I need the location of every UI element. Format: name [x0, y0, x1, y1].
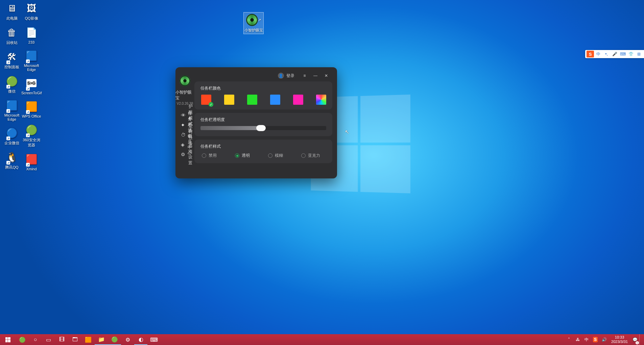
- taskview-taskbtn[interactable]: ▭: [42, 334, 55, 345]
- notification-badge: 1: [636, 341, 639, 344]
- taskbar-time: 10:33: [611, 335, 628, 340]
- ime-lang[interactable]: 中: [595, 51, 602, 57]
- wps-taskbtn[interactable]: 🟧: [81, 334, 95, 345]
- taskbar-right: ˄🖧中S🔊 10:33 2023/3/31 💬 1: [565, 334, 644, 345]
- ime-voice[interactable]: 🎤: [611, 51, 618, 57]
- wps-icon: 🟧 ↗: [24, 100, 39, 113]
- color-swatch-red[interactable]: [201, 95, 211, 105]
- tray-ime-zh[interactable]: 中: [582, 334, 591, 345]
- shortcut-arrow-icon: ↗: [26, 133, 30, 137]
- tray-overflow[interactable]: ˄: [565, 334, 573, 345]
- tray-volume-icon: 🔊: [602, 337, 607, 342]
- ime-floating-bar[interactable]: S中•,🎤⌨👕⊞: [585, 50, 644, 58]
- taskbar-clock[interactable]: 10:33 2023/3/31: [609, 335, 630, 344]
- ime-toggle-taskbtn-icon: ⌨: [150, 337, 158, 343]
- desktop-shortcut-qq-icon[interactable]: 🐧 ↗ 腾讯QQ: [2, 150, 21, 170]
- cortana-taskbtn[interactable]: ○: [29, 334, 42, 345]
- desktop-shortcut-label: 微信: [8, 89, 16, 93]
- ime-toolbox[interactable]: ⊞: [635, 51, 643, 57]
- tray-network[interactable]: 🖧: [573, 334, 582, 345]
- qq-icon: 🐧 ↗: [4, 150, 19, 164]
- start-button[interactable]: [0, 334, 16, 345]
- desktop-shortcut-label: 控制面板: [4, 65, 19, 69]
- ime-skin[interactable]: 👕: [627, 51, 635, 57]
- desktop-shortcut-wework-icon[interactable]: 🔵 ↗ 企业微信: [2, 126, 21, 146]
- app-title: 小智护眼宝: [175, 90, 194, 101]
- nav-vip-icon: ◈: [181, 142, 185, 147]
- eyecare-app-taskbtn[interactable]: ◐: [134, 334, 147, 345]
- panel-taskbar-style: 任务栏样式 禁用 透明 模糊 亚克力: [194, 140, 332, 163]
- style-radio-disable[interactable]: 禁用: [202, 153, 217, 158]
- s2gif-taskbtn[interactable]: 🎞: [55, 334, 68, 345]
- slider-thumb[interactable]: [256, 125, 266, 131]
- color-swatch-green[interactable]: [247, 95, 257, 105]
- desktop-shortcut-wechat-icon[interactable]: 🟢 ↗ 微信: [2, 74, 21, 94]
- style-radio-blur[interactable]: 模糊: [268, 153, 283, 158]
- desktop-shortcut-trash-icon[interactable]: 🗑 回收站: [2, 26, 21, 45]
- 360-browser-taskbtn[interactable]: 🟢: [16, 334, 29, 345]
- desktop-shortcut-label: 企业微信: [4, 141, 19, 145]
- style-radio-transparent[interactable]: 透明: [235, 153, 250, 158]
- desktop-shortcut-textfile-icon[interactable]: 📄 233: [21, 26, 42, 44]
- style-radio-acrylic[interactable]: 亚克力: [301, 153, 320, 158]
- panel-title-opacity: 任务栏透明度: [200, 117, 326, 123]
- taskbar-date: 2023/3/31: [611, 340, 628, 344]
- opacity-slider[interactable]: [200, 126, 326, 130]
- taskbar-left: 🟢○▭🎞🗔🟧📁🟢⚙◐⌨: [0, 334, 161, 345]
- desktop-shortcut-s2gif-icon[interactable]: S>G ↗ ScreenToGif: [21, 76, 42, 95]
- taskview-taskbtn-icon: ▭: [46, 337, 51, 343]
- ime-punct[interactable]: •,: [603, 51, 610, 57]
- style-radio-label: 模糊: [275, 153, 283, 158]
- tray-overflow-icon: ˄: [568, 337, 570, 342]
- wechat-taskbtn-icon: 🟢: [111, 336, 118, 343]
- show-desktop-button[interactable]: [639, 334, 642, 345]
- desktop-shortcut-xiaozhi-selected[interactable]: ↗ 小智护眼宝: [243, 12, 264, 34]
- color-swatch-yellow[interactable]: [224, 95, 234, 105]
- action-center-button[interactable]: 💬 1: [630, 334, 639, 345]
- tray-sogou[interactable]: S: [591, 334, 600, 345]
- app-sidebar: 小智护眼宝 V2.0.26.38 👁 护眼模式✦ 任务栏透明⏱ 定时任务◈ 会员…: [175, 67, 194, 178]
- color-swatch-magenta[interactable]: [293, 95, 303, 105]
- shortcut-arrow-icon: ↗: [6, 161, 10, 165]
- desktop-shortcut-xmind-icon[interactable]: 🟥 ↗ Xmind: [21, 152, 42, 171]
- desktop-icons-col2: 🖼 QQ影像 📄 233 🟦 ↗ Microsoft Edge S>G ↗ Sc…: [21, 0, 109, 257]
- desktop-shortcut-label: 腾讯QQ: [5, 165, 18, 169]
- shortcut-arrow-icon: ↗: [6, 137, 10, 140]
- desktop-shortcut-wps-icon[interactable]: 🟧 ↗ WPS Office: [21, 100, 42, 118]
- desktop-shortcut-edge-icon[interactable]: 🟦 ↗ Microsoft Edge: [2, 99, 21, 121]
- tray-volume[interactable]: 🔊: [600, 334, 609, 345]
- desktop-shortcut-pc-icon[interactable]: 🖥 此电脑: [2, 1, 21, 21]
- ime-toggle-taskbtn[interactable]: ⌨: [147, 334, 161, 345]
- nav-eyecare-icon: 👁: [181, 113, 186, 118]
- login-button[interactable]: 👤 登录: [278, 73, 294, 79]
- 360-icon: 🟢 ↗: [24, 123, 39, 137]
- settings-taskbtn[interactable]: ⚙: [121, 334, 134, 345]
- color-swatch-blue[interactable]: [270, 95, 280, 105]
- minimize-button[interactable]: —: [313, 73, 318, 78]
- settings-taskbtn-icon: ⚙: [125, 337, 130, 343]
- desktop-shortcut-controlpanel-icon[interactable]: 🛠 ↗ 控制面板: [2, 50, 21, 70]
- desktop-shortcut-360-icon[interactable]: 🟢 ↗ 360安全浏览器: [21, 123, 42, 148]
- app-nav: 👁 护眼模式✦ 任务栏透明⏱ 定时任务◈ 会员中心⚙ 选项设置: [175, 110, 194, 159]
- ime-brand[interactable]: S: [587, 51, 594, 57]
- wechat-taskbtn[interactable]: 🟢: [108, 334, 121, 345]
- explorer-taskbtn[interactable]: 📁: [95, 334, 108, 345]
- desktop-shortcut-label: ScreenToGif: [21, 91, 42, 95]
- desktop-shortcut-label: 回收站: [6, 41, 18, 45]
- tray-sogou-icon: S: [593, 337, 598, 342]
- desktop-shortcut-edge-icon[interactable]: 🟦 ↗ Microsoft Edge: [21, 49, 42, 72]
- nav-options[interactable]: ⚙ 选项设置: [175, 149, 194, 159]
- controlpanel-icon: 🛠 ↗: [4, 50, 19, 64]
- shortcut-arrow-icon: ↗: [6, 85, 10, 89]
- desktop-shortcut-qqimage-icon[interactable]: 🖼 QQ影像: [21, 1, 42, 21]
- color-swatch-rainbow[interactable]: [316, 95, 326, 105]
- hamburger-menu-icon[interactable]: ≡: [302, 73, 307, 78]
- app-titlebar: 👤 登录 ≡ — ✕: [194, 70, 332, 81]
- pc-icon: 🖥: [4, 1, 19, 15]
- xiaozhi-taskbtn[interactable]: 🗔: [68, 334, 81, 345]
- close-button[interactable]: ✕: [324, 73, 329, 78]
- style-radio-label: 透明: [242, 153, 250, 158]
- ime-keyboard[interactable]: ⌨: [619, 51, 626, 57]
- app-window: 小智护眼宝 V2.0.26.38 👁 护眼模式✦ 任务栏透明⏱ 定时任务◈ 会员…: [175, 67, 337, 178]
- textfile-icon: 📄: [24, 26, 39, 39]
